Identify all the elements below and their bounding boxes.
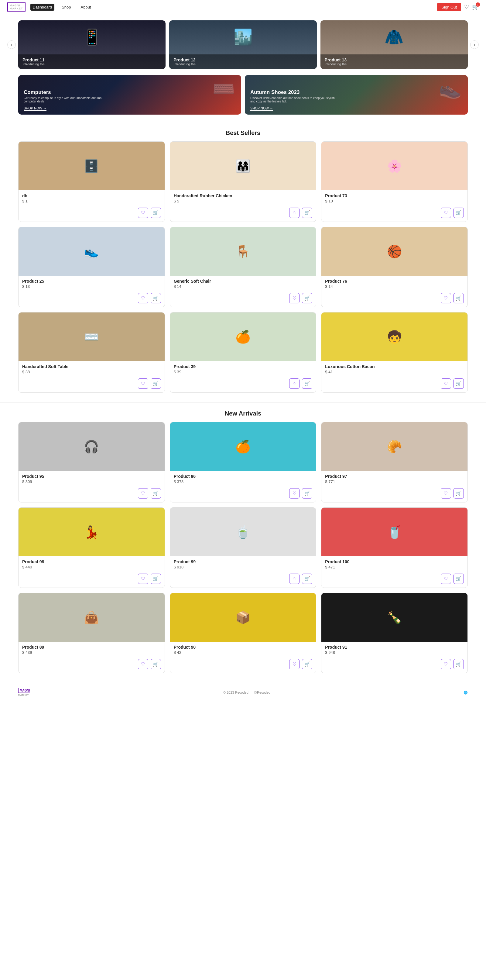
wishlist-btn-2[interactable]: ♡ [441, 488, 451, 498]
product-card-best-sellers-grid-8: 🧒 Luxurious Cotton Bacon $ 41 ♡ 🛒 [321, 312, 468, 393]
cart-btn-8[interactable]: 🛒 [454, 379, 464, 389]
cart-btn-7[interactable]: 🛒 [302, 659, 312, 669]
product-actions-8: ♡ 🛒 [321, 379, 467, 393]
product-image-8: 🍾 [321, 593, 467, 642]
product-actions-4: ♡ 🛒 [170, 293, 316, 307]
carousel-prod-sub-1: Introducing the ... [173, 62, 312, 66]
cart-btn-6[interactable]: 🛒 [151, 659, 161, 669]
product-price-8: $ 948 [325, 650, 464, 655]
product-info-0: db $ 1 [19, 190, 165, 208]
wishlist-btn-8[interactable]: ♡ [441, 379, 451, 389]
carousel-item-0[interactable]: 📱 Product 11 Introducing the ... [18, 21, 165, 69]
product-image-8: 🧒 [321, 312, 467, 361]
product-info-6: Handcrafted Soft Table $ 38 [19, 361, 165, 379]
cart-btn-2[interactable]: 🛒 [454, 208, 464, 218]
banner-desc-0: Get ready to compute in style with our u… [24, 96, 109, 103]
product-card-best-sellers-grid-6: ⌨️ Handcrafted Soft Table $ 38 ♡ 🛒 [18, 312, 165, 393]
product-image-5: 🏀 [321, 227, 467, 276]
logo: MAGNI MARKET [7, 2, 25, 11]
wishlist-btn-1[interactable]: ♡ [289, 488, 300, 498]
wishlist-btn-5[interactable]: ♡ [441, 574, 451, 584]
banner-card-0[interactable]: ⌨️ Computers Get ready to compute in sty… [18, 75, 241, 115]
cart-button[interactable]: 🛒 1 [472, 4, 479, 10]
product-image-7: 📦 [170, 593, 316, 642]
cart-btn-3[interactable]: 🛒 [151, 574, 161, 584]
product-info-1: Product 96 $ 378 [170, 471, 316, 488]
cart-btn-4[interactable]: 🛒 [302, 574, 312, 584]
wishlist-btn-3[interactable]: ♡ [138, 574, 148, 584]
cart-btn-0[interactable]: 🛒 [151, 208, 161, 218]
product-price-4: $ 14 [174, 284, 313, 289]
product-card-best-sellers-grid-2: 🌸 Product 73 $ 10 ♡ 🛒 [321, 142, 468, 222]
wishlist-btn-3[interactable]: ♡ [138, 293, 148, 303]
wishlist-button[interactable]: ♡ [464, 4, 469, 10]
product-actions-6: ♡ 🛒 [19, 659, 165, 673]
cart-btn-5[interactable]: 🛒 [454, 574, 464, 584]
nav-left: MAGNI MARKET Dashboard Shop About [7, 2, 93, 11]
cart-btn-4[interactable]: 🛒 [302, 293, 312, 303]
cart-btn-5[interactable]: 🛒 [454, 293, 464, 303]
product-price-4: $ 918 [174, 565, 313, 570]
product-name-0: db [22, 193, 161, 198]
banner-emoji-1: 👟 [439, 78, 462, 100]
product-image-1: 👨‍👩‍👧 [170, 142, 316, 190]
product-actions-6: ♡ 🛒 [19, 379, 165, 393]
cart-btn-3[interactable]: 🛒 [151, 293, 161, 303]
product-actions-5: ♡ 🛒 [321, 293, 467, 307]
product-price-6: $ 439 [22, 650, 161, 655]
nav-shop[interactable]: Shop [59, 4, 73, 11]
product-image-1: 🍊 [170, 422, 316, 471]
product-info-5: Product 100 $ 471 [321, 556, 467, 574]
cart-btn-8[interactable]: 🛒 [454, 659, 464, 669]
product-card-new-arrivals-grid-3: 💃 Product 98 $ 440 ♡ 🛒 [18, 508, 165, 588]
product-actions-3: ♡ 🛒 [19, 574, 165, 587]
carousel-prod-sub-2: Introducing the ... [325, 62, 464, 66]
carousel-item-2[interactable]: 🧥 Product 13 Introducing the ... [321, 21, 468, 69]
carousel-label-1: Product 12 Introducing the ... [169, 54, 316, 69]
wishlist-btn-6[interactable]: ♡ [138, 379, 148, 389]
cart-btn-1[interactable]: 🛒 [302, 208, 312, 218]
wishlist-btn-1[interactable]: ♡ [289, 208, 300, 218]
product-info-2: Product 73 $ 10 [321, 190, 467, 208]
product-card-best-sellers-grid-3: 👟 Product 25 $ 13 ♡ 🛒 [18, 227, 165, 307]
footer-logo: MAGNIMARKET [18, 688, 30, 697]
product-price-6: $ 38 [22, 370, 161, 374]
banner-card-1[interactable]: 👟 Autumn Shoes 2023 Discover unbe-leaf-a… [245, 75, 468, 115]
product-name-8: Product 91 [325, 645, 464, 649]
nav-dashboard[interactable]: Dashboard [30, 4, 55, 11]
navbar: MAGNI MARKET Dashboard Shop About Sign O… [0, 0, 486, 14]
product-card-best-sellers-grid-7: 🍊 Product 39 $ 39 ♡ 🛒 [170, 312, 316, 393]
wishlist-btn-4[interactable]: ♡ [289, 574, 300, 584]
product-price-8: $ 41 [325, 370, 464, 374]
cart-btn-0[interactable]: 🛒 [151, 488, 161, 498]
nav-about[interactable]: About [78, 4, 94, 11]
carousel-prev-button[interactable]: ‹ [7, 40, 16, 49]
carousel-item-1[interactable]: 🏙️ Product 12 Introducing the ... [169, 21, 316, 69]
carousel-next-button[interactable]: › [470, 40, 479, 49]
cart-btn-6[interactable]: 🛒 [151, 379, 161, 389]
banner-link-0[interactable]: SHOP NOW → [24, 107, 46, 111]
product-info-4: Product 99 $ 918 [170, 556, 316, 574]
banner-content-1: Autumn Shoes 2023 Discover unbe-leaf-abl… [245, 85, 341, 115]
wishlist-btn-6[interactable]: ♡ [138, 659, 148, 669]
wishlist-btn-8[interactable]: ♡ [441, 659, 451, 669]
cart-btn-7[interactable]: 🛒 [302, 379, 312, 389]
banner-emoji-0: ⌨️ [212, 78, 235, 100]
footer-copy: © 2023 Recoded — @Recoded [223, 690, 270, 694]
cart-btn-1[interactable]: 🛒 [302, 488, 312, 498]
product-card-best-sellers-grid-0: 🗄️ db $ 1 ♡ 🛒 [18, 142, 165, 222]
wishlist-btn-7[interactable]: ♡ [289, 379, 300, 389]
banner-link-1[interactable]: SHOP NOW → [250, 107, 273, 111]
wishlist-btn-0[interactable]: ♡ [138, 488, 148, 498]
wishlist-btn-7[interactable]: ♡ [289, 659, 300, 669]
signout-button[interactable]: Sign Out [437, 3, 461, 11]
cart-btn-2[interactable]: 🛒 [454, 488, 464, 498]
product-card-best-sellers-grid-4: 🪑 Generic Soft Chair $ 14 ♡ 🛒 [170, 227, 316, 307]
logo-line2: MARKET [10, 7, 23, 10]
wishlist-btn-2[interactable]: ♡ [441, 208, 451, 218]
wishlist-btn-4[interactable]: ♡ [289, 293, 300, 303]
product-info-6: Product 89 $ 439 [19, 642, 165, 659]
wishlist-btn-5[interactable]: ♡ [441, 293, 451, 303]
wishlist-btn-0[interactable]: ♡ [138, 208, 148, 218]
product-card-new-arrivals-grid-6: 👜 Product 89 $ 439 ♡ 🛒 [18, 593, 165, 673]
